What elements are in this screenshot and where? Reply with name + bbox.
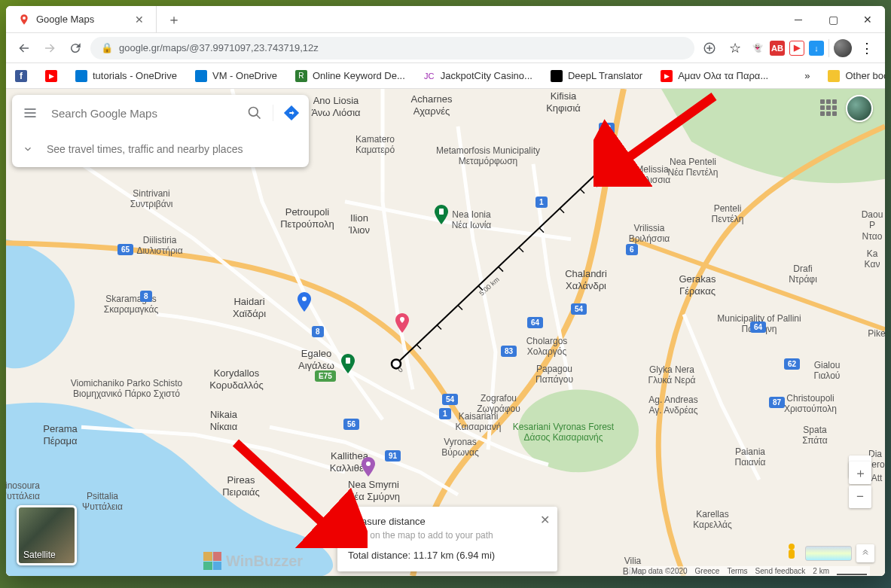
lock-icon: 🔒: [101, 42, 113, 53]
road-shield: 1: [536, 197, 548, 208]
road-shield: 8: [140, 291, 152, 302]
extension-video[interactable]: ▶: [789, 41, 804, 56]
chrome-menu-icon[interactable]: ⋮: [856, 38, 877, 59]
pin-red[interactable]: [395, 313, 409, 333]
minimize-button[interactable]: ─: [781, 6, 816, 32]
extension-download[interactable]: ↓: [809, 41, 824, 56]
road-shield: 64: [527, 317, 543, 328]
close-measure-icon[interactable]: ✕: [540, 513, 550, 527]
bookmark-item[interactable]: VM - OneDrive: [195, 70, 277, 82]
search-input[interactable]: [48, 107, 236, 120]
zoom-controls: ＋ −: [849, 462, 871, 508]
bottom-imagery-strip: [783, 541, 874, 565]
road-shield: 54: [442, 394, 458, 405]
map-canvas[interactable]: 0 5.00 km 11.17 km Ano LiosiaΆνω ΛιόσιαA…: [6, 89, 885, 576]
bookmark-item[interactable]: JCJackpotCity Casino...: [423, 70, 532, 82]
address-bar: 🔒 google.gr/maps/@37.9971097,23.743719,1…: [6, 33, 885, 63]
search-icon[interactable]: [236, 105, 273, 120]
road-shield: 8: [312, 326, 324, 337]
maximize-button[interactable]: ▢: [816, 6, 850, 32]
close-tab-icon[interactable]: ✕: [135, 14, 144, 26]
bookmark-item[interactable]: ▶: [45, 70, 57, 82]
measure-hint: Click on the map to add to your path: [348, 530, 547, 541]
browser-window: Google Maps ✕ ＋ ─ ▢ ✕ 🔒 google.gr/maps/@…: [6, 6, 885, 576]
road-shield: E75: [315, 370, 336, 382]
search-detail-row[interactable]: See travel times, traffic and nearby pla…: [12, 131, 309, 167]
menu-button[interactable]: [12, 105, 48, 120]
directions-button[interactable]: [273, 105, 309, 121]
road-shield: 56: [343, 419, 359, 430]
reload-button[interactable]: [65, 38, 86, 59]
zoom-out-button[interactable]: −: [849, 486, 871, 508]
zoom-in-button[interactable]: ＋: [849, 462, 871, 484]
svg-rect-27: [789, 550, 795, 559]
watermark: WinBuzzer: [203, 552, 303, 570]
road-shield: 83: [501, 346, 517, 357]
bookmark-item[interactable]: ▶Αμαν Ολα τα Παρα...: [661, 70, 768, 82]
pin-green[interactable]: [435, 205, 448, 224]
road-shield: 64: [750, 321, 766, 333]
window-controls: ─ ▢ ✕: [781, 6, 885, 32]
svg-rect-18: [346, 358, 350, 364]
svg-point-26: [789, 544, 795, 550]
google-apps-icon[interactable]: [820, 99, 837, 116]
bookmark-item[interactable]: tutorials - OneDrive: [75, 70, 177, 82]
map-footer: Map data ©2020 Greece Terms Send feedbac…: [628, 566, 870, 576]
road-shield: 87: [769, 397, 785, 408]
search-card: See travel times, traffic and nearby pla…: [12, 95, 309, 167]
road-shield: 62: [784, 358, 800, 370]
svg-point-14: [392, 359, 401, 368]
forward-button[interactable]: [39, 38, 60, 59]
bookmarks-overflow[interactable]: »: [804, 70, 810, 81]
measure-distance-card: ✕ Measure distance Click on the map to a…: [337, 507, 557, 571]
new-tab-button[interactable]: ＋: [157, 6, 191, 32]
svg-point-17: [302, 297, 307, 301]
svg-point-19: [366, 462, 371, 466]
tab-bar: Google Maps ✕ ＋ ─ ▢ ✕: [6, 6, 885, 33]
svg-line-21: [257, 115, 261, 119]
chevron-down-icon: [23, 144, 33, 154]
expand-imagery-button[interactable]: [856, 544, 874, 562]
tab-title: Google Maps: [36, 14, 94, 25]
road-shield: 91: [385, 450, 401, 462]
measure-title: Measure distance: [348, 516, 547, 527]
svg-point-0: [23, 17, 26, 20]
road-shield: 54: [571, 303, 587, 315]
road-shield: 83: [599, 123, 615, 134]
close-window-button[interactable]: ✕: [850, 6, 885, 32]
extension-ghostery[interactable]: 👻: [750, 41, 765, 56]
bookmarks-bar: f ▶ tutorials - OneDrive VM - OneDrive R…: [6, 63, 885, 89]
road-shield: 65: [117, 244, 133, 255]
svg-point-20: [249, 108, 258, 117]
url-text: google.gr/maps/@37.9971097,23.743719,12z: [119, 42, 319, 53]
bookmark-item[interactable]: ROnline Keyword De...: [295, 70, 405, 82]
star-icon[interactable]: ☆: [725, 38, 746, 59]
pegman-icon[interactable]: [783, 541, 801, 565]
bookmark-item[interactable]: f: [15, 70, 27, 82]
pin-purple[interactable]: [362, 457, 375, 477]
back-button[interactable]: [14, 38, 35, 59]
imagery-button[interactable]: [805, 546, 852, 561]
road-shield: 6: [626, 244, 638, 255]
svg-rect-16: [439, 209, 444, 215]
browser-tab[interactable]: Google Maps ✕: [6, 6, 157, 32]
bookmark-item[interactable]: DeepL Translator: [551, 70, 642, 82]
satellite-toggle[interactable]: Satellite: [17, 505, 77, 565]
road-shield: 1: [439, 408, 451, 419]
svg-point-15: [596, 166, 605, 175]
pin-green[interactable]: [341, 354, 355, 373]
pin-blue[interactable]: [298, 292, 311, 312]
extension-adblock[interactable]: AB: [770, 41, 785, 56]
measure-total: Total distance: 11.17 km (6.94 mi): [348, 550, 547, 561]
profile-avatar-chrome[interactable]: [834, 39, 852, 57]
other-bookmarks[interactable]: Other bookmarks: [828, 70, 885, 82]
install-app-icon[interactable]: [699, 38, 720, 59]
url-box[interactable]: 🔒 google.gr/maps/@37.9971097,23.743719,1…: [90, 37, 694, 59]
google-maps-icon: [18, 14, 30, 26]
user-avatar[interactable]: [846, 95, 873, 122]
